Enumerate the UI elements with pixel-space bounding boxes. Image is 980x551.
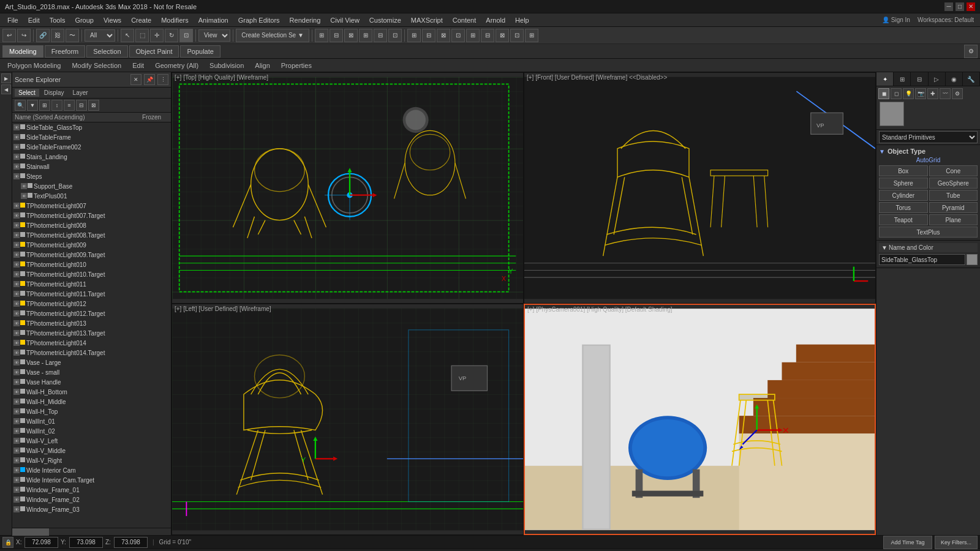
scene-list-item[interactable]: 👁SideTableFrame002	[12, 142, 171, 152]
bind-spacewarp-button[interactable]: 〜	[66, 29, 79, 42]
rp-icon-shapes[interactable]: ◻	[891, 88, 902, 99]
scene-list[interactable]: 👁SideTable_GlassTop👁SideTableFrame👁SideT…	[12, 122, 171, 528]
rp-icon-cameras[interactable]: 📷	[915, 88, 926, 99]
menu-modifiers[interactable]: Modifiers	[156, 15, 194, 25]
rp-subcategory-dropdown[interactable]: Standard Primitives	[879, 131, 978, 143]
scene-list-item[interactable]: 👁SideTable_GlassTop	[12, 122, 171, 132]
menu-create[interactable]: Create	[126, 15, 156, 25]
select-object-button[interactable]: ↖	[121, 29, 134, 42]
menu-tools[interactable]: Tools	[45, 15, 70, 25]
menu-content[interactable]: Content	[448, 15, 481, 25]
subtab-subdivision[interactable]: Subdivision	[205, 61, 249, 70]
subtab-edit[interactable]: Edit	[127, 61, 149, 70]
vp-tl-label[interactable]: [+] [Top] [High Quality] [Wireframe]	[175, 74, 268, 81]
coord-lock-button[interactable]: 🔒	[2, 537, 13, 548]
scene-list-item[interactable]: 👁Wall-V_Right	[12, 455, 171, 465]
menu-group[interactable]: Group	[70, 15, 99, 25]
scene-list-item[interactable]: 👁TPhotometricLight007	[12, 201, 171, 211]
rp-tab-create[interactable]: ✦	[876, 72, 894, 86]
scene-import-button[interactable]: ⊟	[76, 100, 87, 111]
menu-rendering[interactable]: Rendering	[285, 15, 326, 25]
material-editor-button[interactable]: ⊞	[466, 29, 480, 42]
scene-list-item[interactable]: 👁Wide Interior Cam	[12, 465, 171, 475]
scene-list-item[interactable]: 👁Wall-V_Middle	[12, 446, 171, 455]
scene-group-button[interactable]: ⊞	[39, 100, 50, 111]
scene-list-item[interactable]: 👁Vase - small	[12, 367, 171, 377]
ot-tube-button[interactable]: Tube	[929, 190, 978, 201]
place-highlight-button[interactable]: ⊡	[388, 29, 402, 42]
scene-list-item[interactable]: 👁Vase - Large	[12, 358, 171, 367]
scene-list-item[interactable]: 👁TPhotometricLight013.Target	[12, 328, 171, 338]
rp-icon-helpers[interactable]: ✚	[927, 88, 938, 99]
undo-button[interactable]: ↩	[2, 29, 16, 42]
scene-columns-button[interactable]: ≡	[64, 100, 75, 111]
rp-icon-spacewarps[interactable]: 〰	[940, 88, 951, 99]
schematic-view-button[interactable]: ⊡	[451, 29, 465, 42]
redo-button[interactable]: ↪	[17, 29, 31, 42]
scene-list-item[interactable]: 👁SideTableFrame	[12, 132, 171, 142]
menu-maxscript[interactable]: MAXScript	[406, 15, 448, 25]
link-button[interactable]: 🔗	[36, 29, 50, 42]
key-filters-button[interactable]: Key Filters...	[935, 536, 978, 549]
normal-align-button[interactable]: ⊟	[374, 29, 387, 42]
scene-list-item[interactable]: 👁TPhotometricLight014	[12, 338, 171, 348]
rp-tab-hierarchy[interactable]: ⊟	[911, 72, 928, 86]
scene-sort-button[interactable]: ↕	[51, 100, 62, 111]
scene-list-item[interactable]: 👁TPhotometricLight007.Target	[12, 211, 171, 220]
tab-object-paint[interactable]: Object Paint	[129, 45, 179, 58]
scene-list-item[interactable]: 👁Wall-H_Top	[12, 407, 171, 416]
scene-list-item[interactable]: 👁TPhotometricLight014.Target	[12, 348, 171, 358]
tab-selection[interactable]: Selection	[86, 45, 127, 58]
rp-icon-geometry[interactable]: ◼	[878, 88, 889, 99]
scene-list-item[interactable]: 👁WallInt_02	[12, 426, 171, 436]
scene-list-item[interactable]: 👁TPhotometricLight009.Target	[12, 250, 171, 260]
scene-list-item[interactable]: 👁Wall-H_Bottom	[12, 387, 171, 397]
scene-list-item[interactable]: 👁Stairs_Landing	[12, 152, 171, 162]
scene-list-item[interactable]: 👁TPhotometricLight010.Target	[12, 269, 171, 279]
scene-scrollbar-thumb[interactable]	[12, 528, 49, 536]
menu-customize[interactable]: Customize	[364, 15, 406, 25]
select-region-button[interactable]: ⬚	[135, 29, 149, 42]
close-button[interactable]: ✕	[967, 2, 975, 11]
scene-list-item[interactable]: 👁Support_Base	[12, 181, 171, 191]
subtab-polygon-modeling[interactable]: Polygon Modeling	[2, 61, 66, 70]
menu-animation[interactable]: Animation	[194, 15, 233, 25]
vp-tr-label[interactable]: [+] [Front] [User Defined] [Wireframe] <…	[527, 74, 667, 81]
ot-teapot-button[interactable]: Teapot	[879, 214, 928, 225]
signin-label[interactable]: 👤 Sign In	[878, 17, 914, 23]
menu-graph-editors[interactable]: Graph Editors	[233, 15, 285, 25]
left-mini-btn-2[interactable]: ◀	[1, 84, 11, 94]
vp-bl-label[interactable]: [+] [Left] [User Defined] [Wireframe]	[175, 305, 271, 312]
scene-explorer-button[interactable]: ⊟	[422, 29, 435, 42]
ot-textplus-button[interactable]: TextPlus	[879, 227, 978, 238]
scale-button[interactable]: ⊡	[179, 29, 193, 42]
subtab-geometry-all[interactable]: Geometry (All)	[150, 61, 203, 70]
ot-plane-button[interactable]: Plane	[929, 214, 978, 225]
scene-list-item[interactable]: 👁TPhotometricLight008.Target	[12, 230, 171, 240]
menu-edit[interactable]: Edit	[23, 15, 45, 25]
ot-cylinder-button[interactable]: Cylinder	[879, 190, 928, 201]
menu-civil-view[interactable]: Civil View	[325, 15, 364, 25]
subtab-properties[interactable]: Properties	[276, 61, 317, 70]
create-selection-button[interactable]: Create Selection Se ▼	[236, 29, 309, 42]
ot-box-button[interactable]: Box	[879, 165, 928, 176]
menu-arnold[interactable]: Arnold	[481, 15, 510, 25]
layer-manager-button[interactable]: ⊞	[407, 29, 421, 42]
maximize-button[interactable]: □	[956, 2, 964, 11]
scene-list-item[interactable]: 👁Vase Handle	[12, 377, 171, 387]
ot-pyramid-button[interactable]: Pyramid	[929, 202, 978, 213]
menu-views[interactable]: Views	[99, 15, 126, 25]
viewport-top-right[interactable]: [+] [Front] [User Defined] [Wireframe] <…	[524, 72, 876, 304]
scene-tab-layer[interactable]: Layer	[69, 89, 92, 97]
scene-list-item[interactable]: 👁TPhotometricLight011	[12, 279, 171, 289]
ot-torus-button[interactable]: Torus	[879, 202, 928, 213]
ot-sphere-button[interactable]: Sphere	[879, 178, 928, 189]
menu-help[interactable]: Help	[510, 15, 534, 25]
move-button[interactable]: ✛	[150, 29, 164, 42]
curve-editor-button[interactable]: ⊠	[437, 29, 450, 42]
tab-customize-button[interactable]: ⚙	[964, 45, 978, 58]
scene-list-item[interactable]: 👁TPhotometricLight008	[12, 220, 171, 230]
filter-dropdown[interactable]: All	[85, 29, 115, 42]
ot-cone-button[interactable]: Cone	[929, 165, 978, 176]
tab-freeform[interactable]: Freeform	[45, 45, 86, 58]
